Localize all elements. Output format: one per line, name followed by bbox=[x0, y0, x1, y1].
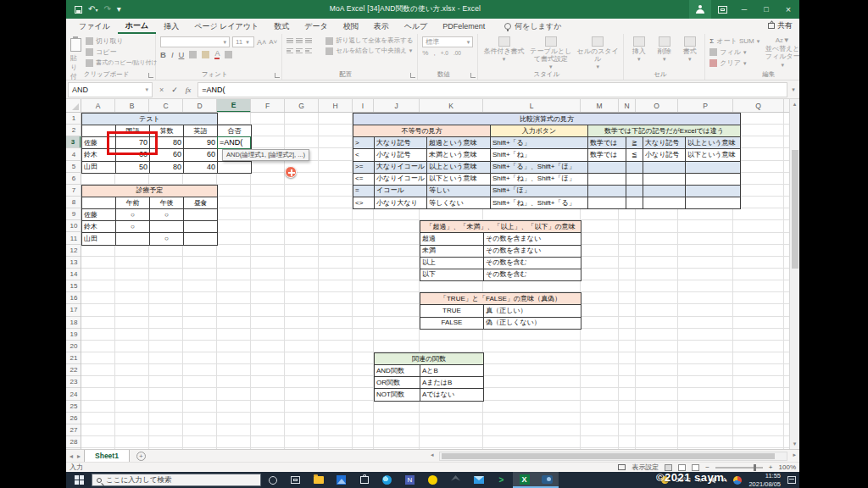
display-settings-label[interactable]: 表示設定 bbox=[632, 463, 659, 472]
excel-taskbar-button[interactable]: X bbox=[513, 472, 536, 488]
mail-button[interactable] bbox=[467, 472, 490, 488]
cell[interactable]: 数学では bbox=[587, 149, 626, 161]
row-header-18[interactable]: 18 bbox=[66, 317, 81, 329]
phonetic-guide-icon[interactable] bbox=[225, 51, 232, 58]
row-header-8[interactable]: 8 bbox=[66, 197, 81, 208]
new-sheet-button[interactable]: + bbox=[136, 452, 146, 461]
taskbar-search-box[interactable]: ここに入力して検索 bbox=[92, 474, 261, 486]
row-header-17[interactable]: 17 bbox=[66, 304, 81, 316]
cell[interactable]: 数学では bbox=[587, 137, 626, 149]
cell[interactable]: Shift+「ね」 bbox=[490, 149, 587, 161]
row-header-7[interactable]: 7 bbox=[66, 185, 81, 197]
row-header-4[interactable]: 4 bbox=[66, 148, 81, 160]
cell[interactable]: Shift+「る」、Shift+「ほ」 bbox=[490, 161, 587, 173]
ribbon-tab-0[interactable]: ファイル bbox=[71, 19, 118, 34]
column-header-K[interactable]: K bbox=[420, 99, 483, 113]
cell[interactable]: その数を含まない bbox=[484, 245, 581, 257]
cell[interactable] bbox=[626, 197, 643, 208]
cell[interactable]: その数を含む bbox=[484, 257, 581, 269]
format-cells-button[interactable]: 書式▾ bbox=[679, 36, 700, 63]
ribbon-tab-1[interactable]: ホーム bbox=[118, 19, 156, 34]
cell[interactable]: AまたはB bbox=[420, 377, 484, 389]
copy-button[interactable]: コピー bbox=[86, 47, 158, 57]
cut-button[interactable]: 切り取り bbox=[86, 36, 158, 46]
row-header-23[interactable]: 23 bbox=[66, 376, 81, 388]
align-bottom-icon[interactable] bbox=[305, 38, 312, 43]
cell[interactable] bbox=[116, 233, 150, 245]
save-icon[interactable] bbox=[75, 6, 82, 14]
cell[interactable]: > bbox=[353, 137, 375, 149]
cell[interactable] bbox=[626, 173, 643, 185]
align-left-icon[interactable] bbox=[287, 48, 293, 53]
row-header-25[interactable]: 25 bbox=[66, 401, 81, 413]
merge-center-button[interactable]: セルを結合して中央揃え▾ bbox=[326, 47, 412, 55]
column-header-I[interactable]: I bbox=[353, 99, 374, 113]
horizontal-scroll-thumb[interactable] bbox=[442, 453, 775, 459]
cell[interactable] bbox=[184, 221, 218, 233]
row-header-22[interactable]: 22 bbox=[66, 364, 81, 376]
number-dialog-launcher-icon[interactable] bbox=[470, 73, 476, 78]
green-arrow-app-button[interactable]: > bbox=[490, 472, 513, 488]
cell[interactable] bbox=[82, 197, 116, 209]
row-header-14[interactable]: 14 bbox=[66, 269, 81, 280]
row-header-28[interactable]: 28 bbox=[66, 436, 81, 448]
cell[interactable]: 鈴木 bbox=[82, 221, 116, 233]
cell[interactable]: 不等号の見方 bbox=[353, 125, 491, 137]
sheet-next-icon[interactable]: ▸ bbox=[77, 452, 81, 460]
sort-filter-button[interactable]: AZ▼並べ替えとフィルター▾ bbox=[764, 36, 799, 69]
cell[interactable]: Shift+「ね」、Shift+「ほ」 bbox=[490, 173, 587, 185]
cell[interactable]: 以下という意味 bbox=[685, 149, 740, 161]
cell[interactable]: AとB bbox=[420, 365, 484, 377]
cell[interactable]: 以下 bbox=[420, 269, 484, 280]
shrink-font-icon[interactable]: A˅ bbox=[269, 38, 277, 46]
cell[interactable]: その数を含む bbox=[484, 269, 581, 280]
cell[interactable]: 小なりイコール bbox=[375, 173, 427, 185]
minimize-button[interactable]: ─ bbox=[733, 0, 755, 19]
cell[interactable]: AND関数 bbox=[375, 365, 420, 377]
row-header-1[interactable]: 1 bbox=[66, 113, 81, 125]
column-header-H[interactable]: H bbox=[319, 99, 353, 113]
delete-cells-button[interactable]: 削除▾ bbox=[654, 36, 675, 63]
percent-style-icon[interactable]: % bbox=[422, 49, 428, 57]
cell[interactable]: ○ bbox=[116, 221, 150, 233]
cells-area[interactable]: AND(論理式1, [論理式2], ...) テスト国語算数英語佐藤708090… bbox=[81, 113, 789, 449]
taskbar-clock[interactable]: 11:55 2021/08/05 bbox=[748, 472, 781, 488]
normal-view-icon[interactable] bbox=[665, 464, 672, 471]
cell[interactable] bbox=[184, 233, 218, 245]
cell[interactable]: 比較演算式の見方 bbox=[353, 114, 741, 125]
align-center-icon[interactable] bbox=[296, 48, 303, 53]
cell[interactable]: ○ bbox=[150, 209, 184, 221]
cell[interactable]: 50 bbox=[116, 161, 150, 173]
cell[interactable]: NOT関数 bbox=[375, 389, 420, 401]
column-header-E[interactable]: E bbox=[217, 99, 251, 113]
cell[interactable]: 関連の関数 bbox=[375, 353, 484, 365]
font-dialog-launcher-icon[interactable] bbox=[275, 73, 280, 78]
cell[interactable]: 午後 bbox=[150, 197, 184, 209]
cell[interactable] bbox=[643, 173, 685, 185]
cell[interactable] bbox=[626, 185, 643, 197]
format-painter-button[interactable]: 書式のコピー/貼り付け bbox=[86, 58, 158, 67]
file-explorer-button[interactable] bbox=[307, 472, 330, 488]
hscroll-right-icon[interactable]: ▸ bbox=[793, 452, 796, 458]
enter-icon[interactable]: ✓ bbox=[171, 86, 178, 94]
row-header-16[interactable]: 16 bbox=[66, 292, 81, 304]
column-header-F[interactable]: F bbox=[251, 99, 285, 113]
column-header-D[interactable]: D bbox=[183, 99, 217, 113]
cell[interactable] bbox=[685, 173, 740, 185]
cell[interactable]: 80 bbox=[150, 161, 184, 173]
tray-app-icon[interactable] bbox=[733, 476, 742, 485]
cell[interactable]: 「超過」、「未満」、「以上」、「以下」の意味 bbox=[420, 221, 581, 233]
hscroll-left-icon[interactable]: ◂ bbox=[431, 452, 434, 458]
cell[interactable]: 英語 bbox=[184, 125, 218, 137]
font-name-combo[interactable]: ▾ bbox=[160, 36, 230, 47]
vertical-scroll-thumb[interactable] bbox=[792, 150, 798, 269]
cell[interactable]: 山田 bbox=[82, 233, 116, 245]
task-view-button[interactable] bbox=[284, 472, 307, 488]
wrap-text-button[interactable]: 折り返して全体を表示する bbox=[326, 36, 413, 45]
insert-cells-button[interactable]: 挿入▾ bbox=[628, 36, 649, 63]
clear-button[interactable]: クリア▾ bbox=[709, 58, 760, 68]
cell[interactable]: 90 bbox=[184, 137, 218, 149]
column-header-B[interactable]: B bbox=[115, 99, 149, 113]
cell[interactable]: 以下という意味 bbox=[426, 173, 490, 185]
comma-style-icon[interactable]: , bbox=[433, 49, 435, 57]
